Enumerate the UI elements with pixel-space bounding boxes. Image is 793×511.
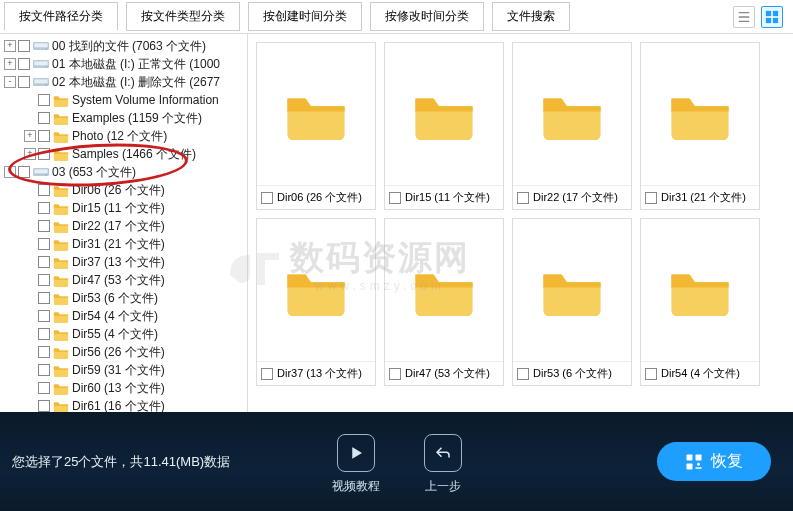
drive-icon [33, 75, 49, 89]
tree-row[interactable]: +00 找到的文件 (7063 个文件) [0, 37, 247, 55]
tree-checkbox[interactable] [38, 364, 50, 376]
folder-icon [53, 219, 69, 233]
grid-cell[interactable]: Dir15 (11 个文件) [384, 42, 504, 210]
tree-label: Dir31 (21 个文件) [72, 236, 165, 253]
tree-row[interactable]: +01 本地磁盘 (I:) 正常文件 (1000 [0, 55, 247, 73]
tree-checkbox[interactable] [38, 238, 50, 250]
grid-checkbox[interactable] [261, 192, 273, 204]
tree-checkbox[interactable] [38, 328, 50, 340]
tab-2[interactable]: 按创建时间分类 [248, 2, 362, 31]
folder-thumb [385, 43, 503, 185]
tree-row[interactable]: -02 本地磁盘 (I:) 删除文件 (2677 [0, 73, 247, 91]
folder-icon [53, 381, 69, 395]
grid-cell[interactable]: Dir54 (4 个文件) [640, 218, 760, 386]
tree-row[interactable]: Dir15 (11 个文件) [0, 199, 247, 217]
tree-expander[interactable]: + [24, 130, 36, 142]
tree-checkbox[interactable] [38, 94, 50, 106]
tree-row[interactable]: Dir54 (4 个文件) [0, 307, 247, 325]
grid-cell[interactable]: Dir53 (6 个文件) [512, 218, 632, 386]
tree-checkbox[interactable] [38, 292, 50, 304]
tree-checkbox[interactable] [18, 58, 30, 70]
tree-checkbox[interactable] [38, 310, 50, 322]
tree-row[interactable]: Dir61 (16 个文件) [0, 397, 247, 412]
grid-checkbox[interactable] [645, 368, 657, 380]
svg-rect-5 [766, 17, 771, 22]
tree-row[interactable]: Dir59 (31 个文件) [0, 361, 247, 379]
tab-0[interactable]: 按文件路径分类 [4, 2, 118, 31]
grid-cell[interactable]: Dir37 (13 个文件) [256, 218, 376, 386]
folder-icon [53, 327, 69, 341]
tree-row[interactable]: System Volume Information [0, 91, 247, 109]
tree-row[interactable]: Dir31 (21 个文件) [0, 235, 247, 253]
grid-checkbox[interactable] [261, 368, 273, 380]
grid-checkbox[interactable] [517, 368, 529, 380]
tree-checkbox[interactable] [38, 346, 50, 358]
folder-icon [53, 255, 69, 269]
tree-expander[interactable]: + [4, 58, 16, 70]
tree-checkbox[interactable] [38, 130, 50, 142]
tree-expander[interactable]: - [4, 76, 16, 88]
tree-row[interactable]: Examples (1159 个文件) [0, 109, 247, 127]
tree-checkbox[interactable] [38, 202, 50, 214]
tree-checkbox[interactable] [38, 148, 50, 160]
tree-row[interactable]: Dir60 (13 个文件) [0, 379, 247, 397]
tree-label: Dir59 (31 个文件) [72, 362, 165, 379]
tab-3[interactable]: 按修改时间分类 [370, 2, 484, 31]
tree-checkbox[interactable] [18, 76, 30, 88]
video-tutorial-button[interactable]: 视频教程 [332, 434, 380, 495]
tree-expander[interactable]: + [24, 148, 36, 160]
tree-checkbox[interactable] [38, 220, 50, 232]
view-switch-group [733, 6, 789, 28]
recover-label: 恢复 [711, 451, 743, 472]
grid-checkbox[interactable] [389, 192, 401, 204]
grid-caption: Dir47 (53 个文件) [385, 361, 503, 385]
tree-checkbox[interactable] [38, 184, 50, 196]
grid-cell[interactable]: Dir06 (26 个文件) [256, 42, 376, 210]
tree-label: Samples (1466 个文件) [72, 146, 196, 163]
grid-checkbox[interactable] [645, 192, 657, 204]
grid-checkbox[interactable] [389, 368, 401, 380]
grid-caption: Dir15 (11 个文件) [385, 185, 503, 209]
tree-row[interactable]: Dir47 (53 个文件) [0, 271, 247, 289]
previous-step-button[interactable]: 上一步 [424, 434, 462, 495]
tree-label: 00 找到的文件 (7063 个文件) [52, 38, 206, 55]
grid-checkbox[interactable] [517, 192, 529, 204]
file-tree[interactable]: +00 找到的文件 (7063 个文件)+01 本地磁盘 (I:) 正常文件 (… [0, 34, 248, 412]
tree-checkbox[interactable] [38, 400, 50, 412]
tree-checkbox[interactable] [38, 112, 50, 124]
tree-row[interactable]: +Samples (1466 个文件) [0, 145, 247, 163]
svg-rect-8 [687, 454, 693, 460]
tree-checkbox[interactable] [38, 256, 50, 268]
tree-row[interactable]: Dir55 (4 个文件) [0, 325, 247, 343]
tab-1[interactable]: 按文件类型分类 [126, 2, 240, 31]
drive-icon [33, 39, 49, 53]
grid-cell[interactable]: Dir47 (53 个文件) [384, 218, 504, 386]
folder-icon [53, 291, 69, 305]
grid-cell[interactable]: Dir31 (21 个文件) [640, 42, 760, 210]
recover-button[interactable]: 恢复 [657, 442, 771, 481]
folder-thumb [641, 219, 759, 361]
grid-caption: Dir06 (26 个文件) [257, 185, 375, 209]
grid-cell[interactable]: Dir22 (17 个文件) [512, 42, 632, 210]
tree-label: Photo (12 个文件) [72, 128, 167, 145]
list-view-button[interactable] [733, 6, 755, 28]
tree-label: Dir37 (13 个文件) [72, 254, 165, 271]
tree-checkbox[interactable] [18, 166, 30, 178]
tree-expander[interactable]: - [4, 166, 16, 178]
tree-row[interactable]: Dir06 (26 个文件) [0, 181, 247, 199]
video-tutorial-label: 视频教程 [332, 478, 380, 495]
tree-row[interactable]: +Photo (12 个文件) [0, 127, 247, 145]
tree-row[interactable]: Dir22 (17 个文件) [0, 217, 247, 235]
folder-icon [53, 147, 69, 161]
grid-view-button[interactable] [761, 6, 783, 28]
tree-checkbox[interactable] [38, 382, 50, 394]
tree-row[interactable]: Dir56 (26 个文件) [0, 343, 247, 361]
tree-checkbox[interactable] [38, 274, 50, 286]
tree-checkbox[interactable] [18, 40, 30, 52]
tree-row[interactable]: Dir53 (6 个文件) [0, 289, 247, 307]
folder-icon [53, 183, 69, 197]
tree-row[interactable]: Dir37 (13 个文件) [0, 253, 247, 271]
tree-expander[interactable]: + [4, 40, 16, 52]
tree-row[interactable]: -03 (653 个文件) [0, 163, 247, 181]
tab-4[interactable]: 文件搜索 [492, 2, 570, 31]
